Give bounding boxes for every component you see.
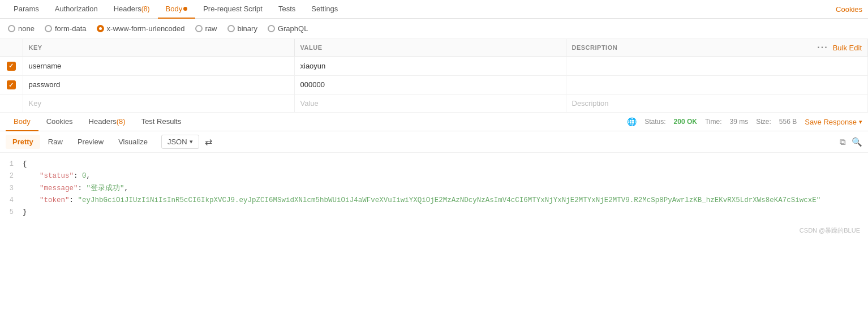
row2-value[interactable]: 000000 (294, 75, 566, 95)
tab-pre-request[interactable]: Pre-request Script (195, 0, 270, 19)
line-content-4: "token": "eyJhbGciOiJIUzI1NiIsInR5cCI6Ik… (23, 195, 868, 207)
radio-graphql[interactable]: GraphQL (268, 24, 308, 33)
radio-graphql-circle (268, 25, 275, 32)
status-label: Status: (644, 118, 665, 126)
table-row: username xiaoyun (0, 57, 868, 76)
radio-urlencoded-circle (97, 25, 104, 32)
row1-key[interactable]: username (23, 57, 294, 76)
col-description: DESCRIPTION ··· Bulk Edit (566, 39, 868, 57)
radio-raw-circle (195, 25, 203, 32)
json-format-selector[interactable]: JSON ▾ (161, 135, 199, 149)
line-content-1: { (23, 158, 868, 170)
size-value: 556 B (779, 118, 797, 126)
copy-icon[interactable]: ⧉ (840, 137, 846, 147)
line-num-2: 2 (0, 170, 23, 182)
wrap-toggle-icon[interactable]: ⇄ (205, 136, 212, 147)
row2-checkbox[interactable] (7, 80, 16, 89)
row1-value[interactable]: xiaoyun (294, 57, 566, 76)
tab-tests[interactable]: Tests (270, 0, 303, 19)
tab-settings[interactable]: Settings (303, 0, 346, 19)
empty-row: Key Value Description (0, 95, 868, 113)
code-line-2: 2 "status": 0, (0, 170, 868, 182)
tab-headers[interactable]: Headers(8) (106, 0, 158, 19)
size-label: Size: (756, 118, 771, 126)
table-row: password 000000 (0, 75, 868, 95)
radio-none[interactable]: none (8, 24, 35, 33)
radio-urlencoded[interactable]: x-www-form-urlencoded (97, 24, 185, 33)
fmt-tab-visualize[interactable]: Visualize (111, 135, 154, 149)
chevron-down-icon: ▾ (859, 118, 862, 126)
status-value: 200 OK (674, 118, 697, 126)
resp-tab-test-results[interactable]: Test Results (134, 113, 190, 131)
resp-tab-body[interactable]: Body (6, 113, 38, 131)
save-response-button[interactable]: Save Response ▾ (805, 118, 862, 126)
row1-description[interactable] (566, 57, 868, 76)
line-num-5: 5 (0, 207, 23, 218)
tab-authorization[interactable]: Authorization (47, 0, 106, 19)
code-line-1: 1 { (0, 158, 868, 170)
empty-checkbox-cell (0, 95, 23, 113)
bulk-edit-button[interactable]: Bulk Edit (833, 44, 862, 52)
top-tabs-bar: Params Authorization Headers(8) Body Pre… (0, 0, 868, 19)
time-value: 39 ms (729, 118, 748, 126)
col-check (0, 39, 23, 57)
params-table: KEY VALUE DESCRIPTION ··· Bulk Edit user… (0, 39, 868, 113)
line-num-1: 1 (0, 158, 23, 170)
radio-none-circle (8, 25, 15, 32)
search-icon[interactable]: 🔍 (852, 137, 862, 147)
body-type-row: none form-data x-www-form-urlencoded raw… (0, 19, 868, 39)
globe-icon: 🌐 (627, 117, 637, 126)
fmt-tab-raw[interactable]: Raw (41, 135, 70, 149)
radio-form-data-circle (45, 25, 52, 32)
code-line-4: 4 "token": "eyJhbGciOiJIUzI1NiIsInR5cCI6… (0, 195, 868, 207)
radio-binary[interactable]: binary (227, 24, 257, 33)
row1-checkbox-cell[interactable] (0, 57, 23, 76)
more-options-button[interactable]: ··· (817, 42, 828, 53)
json-code-area: 1 { 2 "status": 0, 3 "message": "登录成功", … (0, 153, 868, 224)
col-key: KEY (23, 39, 294, 57)
resp-tab-cookies[interactable]: Cookies (38, 113, 81, 131)
resp-tab-headers[interactable]: Headers(8) (81, 113, 134, 131)
code-line-5: 5 } (0, 207, 868, 218)
radio-binary-circle (227, 25, 235, 32)
code-line-3: 3 "message": "登录成功", (0, 183, 868, 195)
line-content-2: "status": 0, (23, 170, 868, 182)
copy-icons-area: ⧉ 🔍 (840, 137, 862, 147)
response-tabs-row: Body Cookies Headers(8) Test Results 🌐 S… (0, 113, 868, 131)
row2-checkbox-cell[interactable] (0, 75, 23, 95)
empty-key[interactable]: Key (23, 95, 294, 113)
line-num-4: 4 (0, 195, 23, 206)
body-dot-indicator (183, 7, 187, 11)
fmt-tab-preview[interactable]: Preview (71, 135, 110, 149)
col-value: VALUE (294, 39, 566, 57)
chevron-down-icon: ▾ (190, 138, 193, 145)
fmt-tab-pretty[interactable]: Pretty (6, 135, 40, 149)
row2-description[interactable] (566, 75, 868, 95)
tab-body[interactable]: Body (158, 0, 196, 19)
format-tabs-row: Pretty Raw Preview Visualize JSON ▾ ⇄ ⧉ … (0, 131, 868, 153)
watermark: CSDN @暴躁的BLUE (0, 224, 868, 237)
tab-params[interactable]: Params (6, 0, 47, 19)
radio-form-data[interactable]: form-data (45, 24, 87, 33)
empty-description[interactable]: Description (566, 95, 868, 113)
line-content-5: } (23, 207, 868, 218)
line-num-3: 3 (0, 183, 23, 194)
radio-raw[interactable]: raw (195, 24, 217, 33)
line-content-3: "message": "登录成功", (23, 183, 868, 195)
empty-value[interactable]: Value (294, 95, 566, 113)
row1-checkbox[interactable] (7, 62, 16, 71)
cookies-link[interactable]: Cookies (836, 5, 862, 14)
row2-key[interactable]: password (23, 75, 294, 95)
response-status-area: 🌐 Status: 200 OK Time: 39 ms Size: 556 B… (627, 117, 862, 126)
time-label: Time: (705, 118, 722, 126)
